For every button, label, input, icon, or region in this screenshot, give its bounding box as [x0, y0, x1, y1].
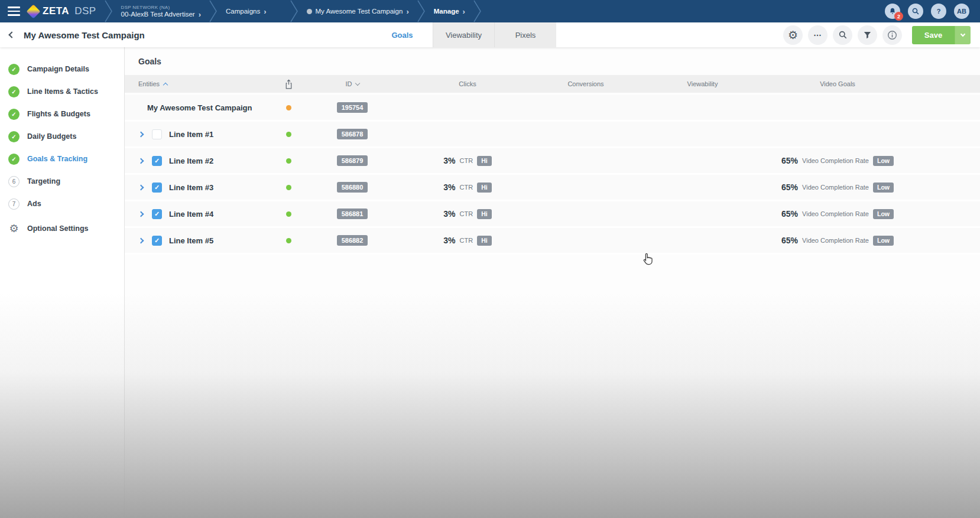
check-circle-icon: ✓ [8, 64, 20, 75]
video-goal-priority-badge: Low [873, 156, 894, 166]
video-goal-value: 65% [781, 209, 798, 219]
video-goal-metric-label: Video Completion Rate [802, 237, 869, 244]
sidebar-item-daily-budgets[interactable]: ✓ Daily Budgets [0, 125, 124, 148]
chevron-right-icon: › [199, 11, 201, 18]
video-goal-metric-label: Video Completion Rate [802, 210, 869, 217]
column-header-conversions: Conversions [527, 80, 645, 87]
row-checkbox[interactable] [152, 156, 162, 166]
viewability-cell [645, 201, 760, 226]
column-header-clicks: Clicks [397, 80, 527, 87]
save-button[interactable]: Save [912, 26, 955, 44]
breadcrumb-separator [473, 0, 482, 22]
filter-button[interactable] [858, 25, 877, 45]
sidebar-item-goals-tracking[interactable]: ✓ Goals & Tracking [0, 148, 124, 170]
clicks-metric-label: CTR [460, 184, 473, 191]
sidebar-item-optional-settings[interactable]: ⚙ Optional Settings [0, 217, 124, 240]
status-dot-icon [286, 105, 291, 110]
id-badge: 586879 [337, 155, 368, 166]
table-body: My Awesome Test Campaign 195754 Line Ite… [125, 95, 980, 255]
table-row[interactable]: Line Item #3 586880 3% CTR Hi 65% Video … [125, 175, 980, 201]
id-badge: 586880 [337, 182, 368, 193]
sidebar-item-label: Daily Budgets [27, 132, 76, 141]
row-name: Line Item #2 [169, 157, 213, 165]
conversions-cell [527, 175, 645, 200]
zeta-diamond-icon [26, 4, 40, 18]
brand-logo[interactable]: ZETA DSP [27, 0, 105, 22]
expand-chevron-icon[interactable] [138, 211, 144, 217]
search-icon [911, 7, 920, 15]
row-checkbox[interactable] [152, 129, 162, 139]
sidebar-item-line-items-tactics[interactable]: ✓ Line Items & Tactics [0, 80, 124, 103]
table-row[interactable]: My Awesome Test Campaign 195754 [125, 95, 980, 122]
sidebar-item-label: Ads [27, 200, 41, 208]
viewability-cell [645, 148, 760, 173]
table-row[interactable]: Line Item #1 586878 [125, 122, 980, 148]
table-row[interactable]: Line Item #4 586881 3% CTR Hi 65% Video … [125, 201, 980, 228]
status-dot-icon [286, 132, 291, 137]
column-header-id[interactable]: ID [308, 80, 397, 87]
tab-viewability[interactable]: Viewability [433, 22, 495, 47]
save-dropdown-button[interactable] [955, 26, 971, 44]
row-name: My Awesome Test Campaign [147, 103, 252, 112]
tab-pixels[interactable]: Pixels [495, 22, 556, 47]
tab-goals[interactable]: Goals [372, 22, 433, 47]
row-checkbox[interactable] [152, 209, 162, 219]
row-name: Line Item #3 [169, 183, 213, 192]
more-options-button[interactable]: … [808, 25, 828, 45]
table-row[interactable]: Line Item #2 586879 3% CTR Hi 65% Video … [125, 148, 980, 175]
breadcrumb-advertiser[interactable]: DSP NETWORK (NA) 00-AlexB Test Advertise… [113, 0, 209, 22]
search-icon [838, 30, 848, 40]
top-navigation-bar: ZETA DSP DSP NETWORK (NA) 00-AlexB Test … [0, 0, 980, 22]
table-row[interactable]: Line Item #5 586882 3% CTR Hi 65% Video … [125, 228, 980, 255]
sidebar-item-targeting[interactable]: 6 Targeting [0, 170, 124, 193]
breadcrumb-campaign[interactable]: My Awesome Test Campaign › [298, 0, 417, 22]
row-name: Line Item #1 [169, 130, 213, 139]
hamburger-menu-icon[interactable] [0, 0, 27, 22]
page-title: My Awesome Test Campaign [24, 30, 145, 40]
info-button[interactable] [882, 25, 902, 45]
chevron-right-icon: › [264, 8, 266, 15]
gear-icon: ⚙ [8, 223, 20, 234]
breadcrumb-manage[interactable]: Manage › [426, 0, 473, 22]
sidebar-item-campaign-details[interactable]: ✓ Campaign Details [0, 58, 124, 80]
row-checkbox[interactable] [152, 183, 162, 193]
ellipsis-icon: … [813, 33, 822, 37]
help-button[interactable]: ? [931, 4, 946, 19]
export-column-button[interactable] [270, 79, 308, 90]
status-dot-icon [286, 211, 291, 217]
sidebar-item-label: Targeting [27, 177, 60, 185]
sidebar-nav: ✓ Campaign Details ✓ Line Items & Tactic… [0, 47, 125, 518]
search-button[interactable] [833, 25, 852, 45]
column-header-entities[interactable]: Entities [125, 80, 270, 87]
video-goal-value: 65% [781, 156, 798, 165]
expand-chevron-icon[interactable] [138, 158, 144, 164]
row-name: Line Item #4 [169, 210, 213, 219]
breadcrumb-campaigns[interactable]: Campaigns › [218, 0, 275, 22]
sidebar-item-flights-budgets[interactable]: ✓ Flights & Budgets [0, 103, 124, 125]
id-badge: 586881 [337, 208, 368, 219]
video-goal-priority-badge: Low [873, 236, 894, 246]
row-checkbox[interactable] [152, 236, 162, 246]
clicks-metric-label: CTR [460, 157, 473, 164]
expand-chevron-icon[interactable] [138, 237, 144, 243]
expand-chevron-icon[interactable] [138, 184, 144, 190]
global-search-button[interactable] [908, 4, 923, 19]
conversions-cell [527, 201, 645, 226]
notification-count-badge: 2 [894, 12, 903, 21]
campaign-name: My Awesome Test Campaign [316, 8, 403, 15]
sidebar-item-ads[interactable]: 7 Ads [0, 193, 124, 215]
clicks-priority-badge: Hi [477, 183, 492, 193]
gear-icon: ⚙ [788, 30, 798, 41]
clicks-metric-label: CTR [460, 210, 473, 217]
sidebar-item-label: Optional Settings [27, 224, 88, 233]
status-dot-icon [286, 158, 291, 164]
expand-chevron-icon[interactable] [138, 131, 144, 137]
info-icon [887, 30, 897, 40]
step-number-badge: 6 [8, 176, 20, 187]
user-avatar[interactable]: AB [954, 4, 969, 19]
filter-funnel-icon [863, 31, 872, 40]
settings-button[interactable]: ⚙ [783, 25, 803, 45]
back-button[interactable] [0, 32, 24, 37]
notifications-button[interactable]: 2 [885, 4, 900, 19]
manage-label: Manage [434, 8, 459, 15]
